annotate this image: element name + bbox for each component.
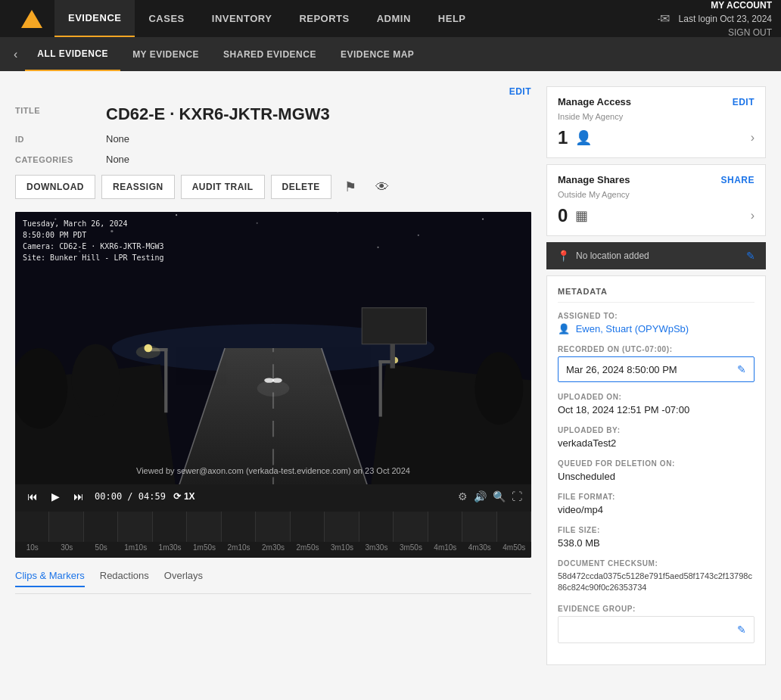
queued-field: QUEUED FOR DELETION ON: Unscheduled [558,459,755,482]
overlay-date: Tuesday, March 26, 2024 [23,218,164,229]
timeline-tick[interactable] [256,512,290,542]
queued-label: QUEUED FOR DELETION ON: [558,459,755,468]
location-bar: 📍 No location added ✎ [546,242,766,269]
delete-button[interactable]: DELETE [271,175,331,199]
svg-rect-28 [362,308,426,344]
timeline-tick[interactable] [394,512,428,542]
location-edit-button[interactable]: ✎ [746,250,755,262]
timeline-tick[interactable] [291,512,325,542]
flag-button[interactable]: ⚑ [338,174,363,200]
svg-point-6 [418,235,419,236]
tab-clips-markers[interactable]: Clips & Markers [15,570,85,587]
download-button[interactable]: DOWNLOAD [15,175,95,199]
metadata-section: METADATA ASSIGNED TO: 👤 Ewen, Stuart (OP… [546,275,766,665]
timeline-tick[interactable] [49,512,83,542]
timeline-label: 1m10s [118,543,152,552]
step-forward-button[interactable]: ⏭ [70,489,87,504]
categories-label: CATEGORIES [15,154,106,164]
play-button[interactable]: ▶ [48,489,63,504]
assigned-to-value: 👤 Ewen, Stuart (OPYWpSb) [558,323,755,334]
timeline-tick[interactable] [222,512,256,542]
evidence-group-input[interactable]: ✎ [558,616,755,643]
manage-access-header: Manage Access EDIT [558,96,755,107]
sub-nav-evidence-map[interactable]: EVIDENCE MAP [328,37,426,71]
timeline-tick[interactable] [359,512,394,542]
manage-access-edit[interactable]: EDIT [733,97,755,107]
tab-overlays[interactable]: Overlays [164,570,203,587]
speed-indicator: ⟳ 1X [173,491,195,502]
sign-out-button[interactable]: SIGN OUT [679,26,772,39]
nav-item-help[interactable]: HELP [425,0,480,37]
manage-access-subtitle: Inside My Agency [558,112,755,121]
timeline-tick[interactable] [118,512,152,542]
video-frame: Tuesday, March 26, 2024 8:50:00 PM PDT C… [15,212,531,484]
reassign-button[interactable]: REASSIGN [101,175,175,199]
timeline-tick[interactable] [153,512,187,542]
timeline-tick[interactable] [187,512,221,542]
left-panel: EDIT TITLE CD62-E · KXR6-JKTR-MGW3 ID No… [15,86,546,685]
mail-icon[interactable]: ✉ [649,11,670,26]
edit-link[interactable]: EDIT [509,86,531,97]
timeline-label: 2m30s [256,543,290,552]
recorded-edit-button[interactable]: ✎ [737,363,746,375]
nav-item-reports[interactable]: REPORTS [285,0,362,37]
timeline-tick[interactable] [84,512,118,542]
rewind-button[interactable]: ⏮ [24,489,41,504]
nav-item-inventory[interactable]: INVENTORY [198,0,286,37]
logo[interactable] [9,10,54,28]
fullscreen-icon[interactable]: ⛶ [512,490,522,502]
audit-trail-button[interactable]: AUDIT TRAIL [181,175,265,199]
nav-item-evidence[interactable]: EVIDENCE [54,0,135,37]
sub-nav-all-evidence[interactable]: ALL EVIDENCE [25,37,120,71]
timeline-bar[interactable] [15,512,531,542]
location-icon: 📍 [557,250,570,262]
svg-rect-29 [390,344,395,369]
my-account-label[interactable]: MY ACCOUNT [711,0,772,11]
tab-redactions[interactable]: Redactions [100,570,149,587]
user-icon: 👤 [575,129,592,146]
manage-access-card: Manage Access EDIT Inside My Agency 1 👤 … [546,86,766,158]
svg-point-32 [475,352,523,425]
volume-icon[interactable]: 🔊 [474,490,487,502]
nav-item-cases[interactable]: CASES [135,0,198,37]
person-icon: 👤 [558,323,570,334]
action-buttons: DOWNLOAD REASSIGN AUDIT TRAIL DELETE ⚑ 👁 [15,174,531,200]
recorded-on-field: RECORDED ON (UTC-07:00): Mar 26, 2024 8:… [558,345,755,382]
share-link[interactable]: SHARE [720,175,755,185]
checksum-label: DOCUMENT CHECKSUM: [558,559,755,568]
svg-point-27 [257,381,290,397]
checksum-field: DOCUMENT CHECKSUM: 58d472ccda0375c5128e7… [558,559,755,594]
main-content: EDIT TITLE CD62-E · KXR6-JKTR-MGW3 ID No… [0,71,781,700]
sub-nav-my-evidence[interactable]: MY EVIDENCE [120,37,211,71]
timeline-tick[interactable] [462,512,496,542]
svg-point-7 [482,218,484,219]
sub-navigation: ‹ ALL EVIDENCE MY EVIDENCE SHARED EVIDEN… [0,37,781,71]
nav-items: EVIDENCE CASES INVENTORY REPORTS ADMIN H… [54,0,649,37]
svg-rect-18 [164,348,167,412]
video-controls: ⏮ ▶ ⏭ 00:00 / 04:59 ⟳ 1X ⚙ 🔊 🔍 ⛶ [15,484,531,509]
timeline-tick[interactable] [497,512,531,542]
sub-nav-shared-evidence[interactable]: SHARED EVIDENCE [211,37,328,71]
zoom-icon[interactable]: 🔍 [493,490,506,502]
timeline[interactable]: 10s30s50s1m10s1m30s1m50s2m10s2m30s2m50s3… [15,509,531,558]
nav-item-admin[interactable]: ADMIN [363,0,425,37]
manage-access-title: Manage Access [558,96,631,107]
file-size-field: FILE SIZE: 538.0 MB [558,526,755,549]
access-chevron[interactable]: › [751,131,755,145]
assigned-to-field: ASSIGNED TO: 👤 Ewen, Stuart (OPYWpSb) [558,312,755,334]
view-button[interactable]: 👁 [369,174,395,200]
timeline-tick[interactable] [325,512,359,542]
shares-chevron[interactable]: › [751,209,755,222]
timeline-tick[interactable] [428,512,462,542]
file-size-value: 538.0 MB [558,537,755,549]
evidence-group-edit[interactable]: ✎ [737,624,746,636]
recorded-on-value: Mar 26, 2024 8:50:00 PM [566,364,677,375]
uploaded-on-value: Oct 18, 2024 12:51 PM -07:00 [558,404,755,415]
settings-icon[interactable]: ⚙ [458,490,468,502]
svg-point-31 [72,344,120,417]
timeline-tick[interactable] [15,512,49,542]
timeline-label: 50s [84,543,118,552]
timeline-label: 3m10s [325,543,359,552]
back-button[interactable]: ‹ [6,48,25,61]
assigned-person-link[interactable]: Ewen, Stuart (OPYWpSb) [576,323,689,334]
